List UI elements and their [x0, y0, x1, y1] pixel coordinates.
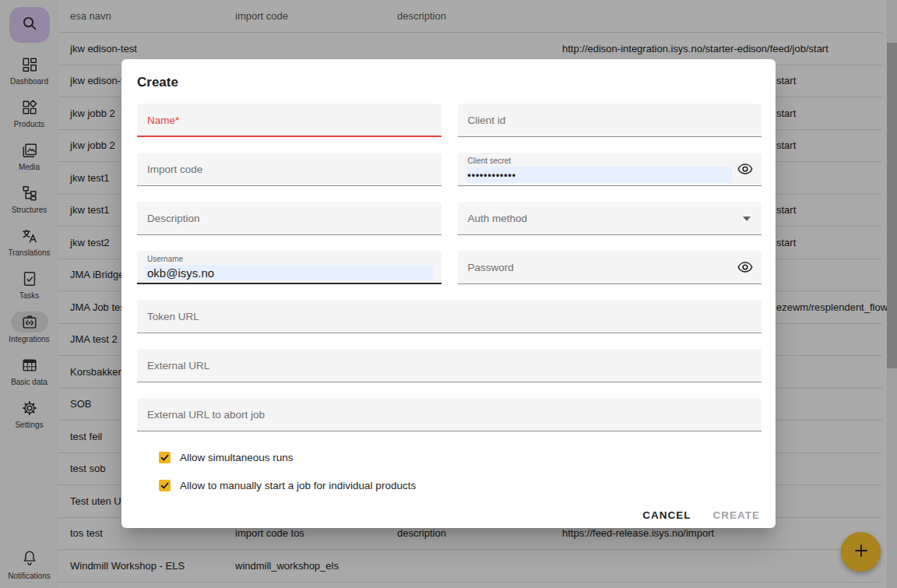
allow-simultaneous-runs-checkbox[interactable] — [159, 452, 171, 463]
dialog-actions: CANCEL CREATE — [137, 509, 762, 521]
external-url-placeholder: External URL — [147, 360, 209, 371]
import-code-field[interactable]: Import code — [137, 153, 441, 186]
client-secret-value-area: •••••••••••• — [466, 167, 733, 183]
auth-method-select[interactable]: Auth method — [458, 202, 762, 235]
abort-url-field[interactable]: External URL to abort job — [137, 398, 762, 431]
username-value-area: okb@isys.no — [145, 265, 434, 280]
auth-method-placeholder: Auth method — [468, 213, 528, 224]
token-url-placeholder: Token URL — [147, 311, 199, 322]
description-placeholder: Description — [147, 213, 200, 224]
password-field[interactable]: Password — [458, 251, 762, 284]
client-secret-label: Client secret — [468, 157, 512, 165]
description-field[interactable]: Description — [137, 202, 441, 235]
visibility-eye-icon[interactable] — [737, 259, 754, 276]
password-placeholder: Password — [468, 262, 514, 273]
create-button[interactable]: CREATE — [712, 509, 760, 521]
cancel-button[interactable]: CANCEL — [642, 509, 691, 521]
token-url-field[interactable]: Token URL — [137, 300, 762, 333]
create-dialog: Create Name* Client id Import code Clien… — [121, 59, 776, 528]
username-label: Username — [147, 255, 183, 263]
allow-manual-start-row: Allow to manually start a job for indivi… — [159, 480, 762, 491]
allow-simultaneous-runs-row: Allow simultaneous runs — [159, 452, 762, 463]
client-id-placeholder: Client id — [468, 114, 506, 126]
checkbox-label: Allow to manually start a job for indivi… — [180, 480, 416, 491]
name-field[interactable]: Name* — [137, 104, 441, 137]
username-field[interactable]: Username okb@isys.no — [137, 251, 441, 284]
visibility-eye-icon[interactable] — [737, 160, 754, 178]
allow-manual-start-checkbox[interactable] — [159, 480, 171, 491]
client-secret-field[interactable]: Client secret •••••••••••• — [458, 153, 762, 186]
external-url-field[interactable]: External URL — [137, 349, 762, 382]
client-id-field[interactable]: Client id — [458, 104, 762, 137]
name-field-label: Name* — [147, 114, 179, 125]
checkbox-label: Allow simultaneous runs — [180, 452, 294, 463]
dialog-title: Create — [137, 75, 762, 90]
abort-url-placeholder: External URL to abort job — [147, 409, 265, 421]
client-secret-value: •••••••••••• — [468, 170, 516, 181]
import-code-placeholder: Import code — [147, 164, 202, 175]
chevron-down-icon[interactable] — [743, 217, 751, 221]
username-value: okb@isys.no — [147, 266, 214, 280]
